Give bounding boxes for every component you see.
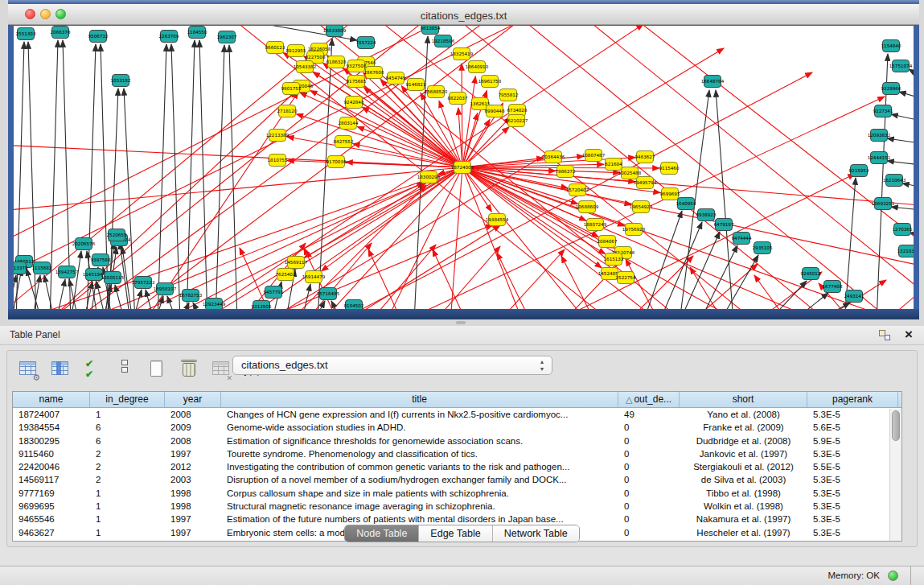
graph-node[interactable]: 16782753 (179, 290, 203, 302)
graph-node[interactable]: 1270365 (893, 224, 913, 236)
graph-node[interactable]: 9506732 (88, 31, 109, 43)
column-header-out_de[interactable]: △out_de... (618, 392, 680, 407)
graph-node[interactable]: 16914479 (302, 271, 326, 283)
network-canvas[interactable]: 1872400786601238912955182260588227508105… (14, 26, 914, 309)
graph-node[interactable]: 2084067 (598, 236, 618, 248)
graph-node[interactable]: 18640910 (466, 61, 489, 73)
graph-node[interactable]: 1053182 (111, 75, 131, 87)
graph-node[interactable]: 9457791 (264, 286, 284, 299)
graph-node[interactable]: 2551303 (16, 28, 36, 40)
vertical-scrollbar[interactable] (889, 409, 901, 541)
graph-node[interactable]: 1184550 (187, 27, 207, 39)
graph-node[interactable]: 2066378 (51, 27, 71, 39)
graph-node[interactable]: 19218506 (432, 35, 455, 47)
graph-node[interactable]: 18300295 (417, 171, 441, 183)
panel-splitter[interactable] (0, 319, 924, 326)
graph-node[interactable]: 17957223 (132, 277, 155, 289)
column-visibility-icon[interactable] (50, 358, 71, 381)
column-header-in_degree[interactable]: in_degree (90, 392, 165, 407)
graph-node[interactable]: 15751074 (889, 60, 913, 72)
graph-node[interactable]: 16958107 (154, 283, 177, 295)
delete-table-icon[interactable] (179, 358, 199, 381)
memory-ok-indicator-icon[interactable] (888, 571, 898, 581)
graph-node[interactable]: 8813054 (421, 26, 441, 35)
scrollbar-thumb[interactable] (892, 410, 900, 441)
table-row[interactable]: 977716911998Corpus callosum shape and si… (13, 487, 901, 500)
graph-node[interactable]: 18325419 (450, 48, 474, 60)
graph-node[interactable]: 6479197 (714, 219, 734, 231)
tab-network-table[interactable]: Network Table (493, 525, 579, 542)
graph-node[interactable]: 16648784 (701, 76, 725, 88)
graph-node[interactable]: 15716485 (317, 288, 340, 300)
graph-node[interactable]: 18724007 (451, 162, 474, 174)
graph-node[interactable]: 1677408 (823, 281, 843, 293)
graph-node[interactable]: 8912955 (286, 45, 306, 57)
graph-node[interactable]: 3913379 (14, 262, 28, 274)
graph-node[interactable]: 1321035 (897, 245, 914, 257)
row-height-icon[interactable] (114, 358, 135, 381)
column-header-title[interactable]: title (221, 392, 618, 407)
graph-node[interactable]: 7955812 (499, 89, 519, 101)
table-row[interactable]: 1938455462009Genome-wide association stu… (13, 421, 901, 434)
graph-node[interactable]: 9245012 (801, 268, 821, 280)
graph-node[interactable]: 19384554 (486, 214, 509, 226)
graph-node[interactable]: 20206576 (72, 238, 96, 250)
graph-node[interactable]: 9170036 (326, 156, 347, 168)
graph-node[interactable]: 621604 (605, 159, 622, 171)
graph-node[interactable]: 10688609 (576, 201, 599, 213)
graph-node[interactable]: 19654923 (630, 201, 653, 213)
table-row[interactable]: 2242004622012Investigating the contribut… (13, 460, 901, 473)
tab-node-table[interactable]: Node Table (345, 525, 419, 542)
graph-node[interactable]: 12213389 (266, 130, 290, 142)
graph-node[interactable]: 8990448 (485, 105, 505, 117)
graph-node[interactable]: 7625402 (276, 269, 296, 281)
graph-node[interactable]: 16961758 (478, 76, 502, 88)
graph-node[interactable]: 8427552 (334, 136, 354, 148)
graph-node[interactable]: 8186328 (326, 56, 347, 68)
graph-node[interactable]: 2493141 (844, 290, 864, 303)
graph-node[interactable]: 8938923 (696, 209, 717, 221)
network-graph[interactable]: 1872400786601238912955182260588227508105… (14, 26, 914, 309)
graph-node[interactable]: 9313505 (252, 301, 272, 310)
select-rows-icon[interactable]: ✔✔ (82, 358, 103, 381)
graph-node[interactable]: 9329966 (881, 83, 901, 95)
graph-node[interactable]: 13505115 (101, 272, 125, 284)
graph-node[interactable]: 8215953 (849, 165, 869, 177)
window-titlebar[interactable]: citations_edges.txt (8, 4, 919, 25)
graph-node[interactable]: 2520655 (107, 229, 127, 241)
graph-node[interactable]: 9146821 (406, 79, 426, 91)
graph-node[interactable]: 1615132 (604, 253, 624, 266)
graph-node[interactable]: 19756928 (622, 224, 646, 236)
graph-node[interactable]: 9242848 (344, 97, 364, 109)
new-table-icon[interactable] (146, 358, 167, 381)
graph-node[interactable]: 9474444 (732, 233, 752, 245)
graph-node[interactable]: 1810755 (268, 154, 288, 167)
graph-node[interactable]: 15693251 (872, 198, 895, 210)
graph-node[interactable]: 12093832 (868, 130, 890, 142)
graph-node[interactable]: 2263709 (159, 31, 179, 43)
column-header-short[interactable]: short (680, 392, 807, 407)
graph-node[interactable]: 9901755 (281, 83, 302, 95)
graph-node[interactable]: 10543382 (294, 61, 316, 73)
table-row[interactable]: 1456911722003Disruption of a novel membe… (13, 473, 901, 486)
graph-node[interactable]: 2935105 (753, 242, 773, 254)
graph-node[interactable]: 14569117 (285, 257, 308, 269)
splitter-grip-icon[interactable] (456, 321, 466, 324)
graph-node[interactable]: 15720407 (566, 184, 589, 196)
table-selector-dropdown[interactable]: citations_edges.txt ▲▼ (232, 356, 552, 375)
graph-node[interactable]: 9397588 (91, 254, 111, 266)
graph-node[interactable]: 16033809 (323, 26, 347, 37)
float-panel-icon[interactable] (879, 330, 890, 340)
column-header-year[interactable]: year (165, 392, 221, 407)
graph-node[interactable]: 7986372 (556, 166, 576, 178)
delete-column-icon[interactable]: ✕ (211, 358, 232, 381)
graph-node[interactable]: 2718120 (277, 105, 298, 117)
graph-node[interactable]: 18807249 (584, 219, 607, 231)
graph-node[interactable]: 2522754 (616, 272, 636, 284)
graph-node[interactable]: 12444151 (868, 152, 891, 164)
column-header-name[interactable]: name (13, 392, 90, 407)
graph-node[interactable]: 19495794 (634, 177, 657, 189)
graph-node[interactable]: 20364436 (542, 151, 565, 163)
graph-node[interactable]: 2867608 (364, 67, 384, 79)
graph-node[interactable]: 12923449 (203, 299, 226, 310)
